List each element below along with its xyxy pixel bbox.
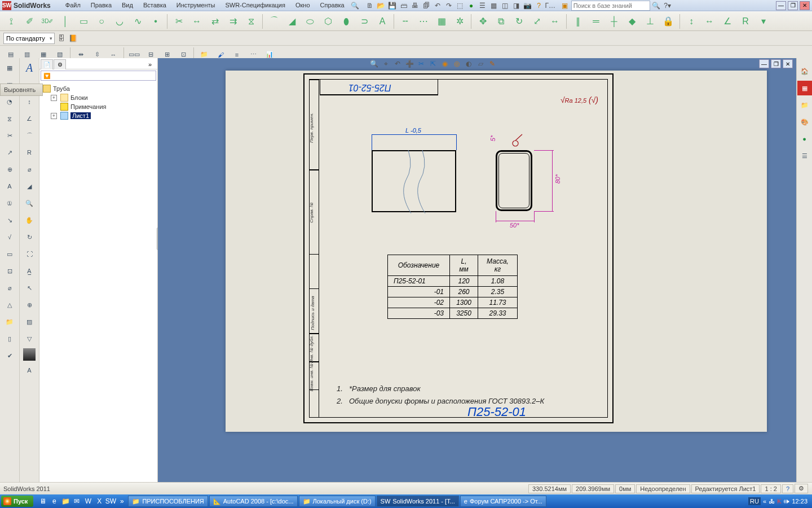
task-folder[interactable]: 📁ПРИСПОСОБЛЕНИЯ bbox=[128, 496, 208, 507]
tool-align-v-icon[interactable]: ‖ bbox=[570, 14, 586, 29]
select-icon[interactable]: ⬚ bbox=[455, 1, 465, 11]
tool-linear-pattern-icon[interactable]: ▦ bbox=[434, 14, 449, 29]
drawing-canvas-viewport[interactable]: 🔍 ⌖ ↶ ➕ ✂ ⇱ ◉ ◎ ◐ ▱ ✎ — ❐ ✕ Перв. примен… bbox=[158, 58, 812, 482]
doc-close-button[interactable]: ✕ bbox=[783, 59, 793, 68]
tray-vol-icon[interactable]: 🕪 bbox=[783, 498, 789, 505]
tool-ellipse-icon[interactable]: ⬮ bbox=[338, 14, 354, 29]
menu-swr-spec[interactable]: SWR-Спецификация bbox=[220, 1, 290, 11]
quicklaunch-desktop-icon[interactable]: 🖥 bbox=[38, 496, 48, 506]
ltool-chamferdim-icon[interactable]: ◢ bbox=[22, 179, 37, 194]
tool-arc-icon[interactable]: ◡ bbox=[112, 14, 127, 29]
tool-offset-icon[interactable]: ⇉ bbox=[225, 14, 241, 29]
ltool-arc-icon[interactable]: ⌒ bbox=[22, 128, 37, 143]
shadow-icon[interactable]: ◐ bbox=[464, 59, 474, 69]
saveall-icon[interactable]: 🗃 bbox=[399, 1, 409, 11]
tool-quickdim-icon[interactable]: ↕ bbox=[683, 14, 699, 29]
ltool-last-a-icon[interactable]: A bbox=[22, 363, 37, 378]
tool-slot-icon[interactable]: ⬭ bbox=[302, 14, 318, 29]
ltool-radius-icon[interactable]: R bbox=[22, 145, 37, 160]
new-icon[interactable]: 🗎 bbox=[365, 1, 375, 11]
window-tile-icon[interactable]: ▦ bbox=[489, 1, 499, 11]
ltool-centermark-icon[interactable]: ⊕ bbox=[22, 297, 37, 312]
ltool-crop-icon[interactable]: ✂ bbox=[2, 128, 17, 143]
tool-align-c-icon[interactable]: ┼ bbox=[606, 14, 622, 29]
tree-root[interactable]: Труба bbox=[41, 84, 156, 93]
zoomprev-icon[interactable]: ↶ bbox=[392, 59, 403, 69]
taskpane-appearance-icon[interactable]: ● bbox=[797, 132, 812, 146]
ltool-ordinate-icon[interactable]: ↕ bbox=[22, 94, 37, 109]
quicklaunch-excel-icon[interactable]: X bbox=[94, 496, 104, 506]
rebuild-icon[interactable]: ● bbox=[466, 1, 476, 11]
quicklaunch-ie-icon[interactable]: e bbox=[49, 496, 59, 506]
tool-polygon-icon[interactable]: ⬡ bbox=[320, 14, 336, 29]
menu-window[interactable]: Окно bbox=[291, 1, 315, 11]
task-solidworks[interactable]: SWSolidWorks 2011 - [Т... bbox=[377, 496, 459, 507]
zoomarea-icon[interactable]: ⌖ bbox=[381, 59, 391, 69]
window-arrange-icon[interactable]: ◨ bbox=[511, 1, 522, 11]
lang-indicator[interactable]: RU bbox=[748, 497, 761, 505]
ltool-aux-icon[interactable]: ↗ bbox=[2, 145, 17, 160]
quicklaunch-sw-icon[interactable]: SW bbox=[105, 496, 116, 506]
standard-combo[interactable]: По стандарту bbox=[3, 33, 55, 44]
status-lock-icon[interactable]: ⚙ bbox=[795, 484, 808, 493]
tree-tab-feature-icon[interactable]: 📄 bbox=[41, 59, 53, 69]
quicklaunch-word-icon[interactable]: W bbox=[83, 496, 93, 506]
ltool-pos-icon[interactable]: ⊕ bbox=[2, 162, 17, 177]
tool-fillet-icon[interactable]: ⌒ bbox=[266, 14, 282, 29]
tool-smart-dim-icon[interactable]: ⟟ bbox=[3, 14, 19, 29]
tool-constraint-icon[interactable]: ◆ bbox=[624, 14, 640, 29]
tool-circ-pattern-icon[interactable]: ✲ bbox=[452, 14, 467, 29]
kb-go-icon[interactable]: 🔍 bbox=[651, 1, 661, 11]
task-autocad[interactable]: 📐AutoCAD 2008 - [c:\doc... bbox=[209, 496, 298, 507]
kb-search-input[interactable] bbox=[571, 1, 650, 11]
section-view-icon[interactable]: ✂ bbox=[416, 59, 426, 69]
ltool-gradient-icon[interactable] bbox=[23, 348, 36, 361]
ltool-broken-icon[interactable]: ⧖ bbox=[2, 111, 17, 126]
tool-rect-icon[interactable]: ▭ bbox=[76, 14, 91, 29]
tool-angdim-icon[interactable]: ∠ bbox=[720, 14, 735, 29]
tool-chamfer-icon[interactable]: ◢ bbox=[284, 14, 300, 29]
drawing-canvas[interactable]: Перв. примен. Справ. № Подпись и дата Ин… bbox=[226, 71, 767, 432]
expand-icon[interactable]: + bbox=[51, 95, 57, 101]
tool-mirror-icon[interactable]: ⧖ bbox=[243, 14, 259, 29]
task-browser[interactable]: eФорум САПР2000 -> От... bbox=[460, 496, 546, 507]
tool-stretch-icon[interactable]: ↔ bbox=[547, 14, 563, 29]
menu-edit[interactable]: Правка bbox=[86, 1, 116, 11]
taskpane-library-icon[interactable]: ▦ bbox=[797, 81, 812, 95]
mdi-restore-button[interactable]: ❐ bbox=[788, 1, 798, 10]
orient-icon[interactable]: ⇱ bbox=[428, 59, 438, 69]
tool-point-icon[interactable]: • bbox=[148, 14, 164, 29]
zoomfit-icon[interactable]: 🔍 bbox=[369, 59, 379, 69]
printpreview-icon[interactable]: 🗐 bbox=[421, 1, 431, 11]
tool-hdim-icon[interactable]: ↔ bbox=[701, 14, 717, 29]
tool-parabola-icon[interactable]: ⊃ bbox=[356, 14, 372, 29]
ltool-note-icon[interactable]: A bbox=[22, 60, 37, 75]
ltool-surface-icon[interactable]: √ bbox=[2, 230, 17, 244]
screenshot-icon[interactable]: 📷 bbox=[523, 1, 533, 11]
tool-dropdown-icon[interactable]: ▾ bbox=[756, 14, 771, 29]
tool-rotate-icon[interactable]: ↻ bbox=[511, 14, 527, 29]
zoomin-icon[interactable]: ➕ bbox=[404, 59, 414, 69]
status-help-icon[interactable]: ? bbox=[782, 484, 793, 493]
tool-move-icon[interactable]: ✥ bbox=[475, 14, 491, 29]
tool-relation-icon[interactable]: ⊥ bbox=[642, 14, 658, 29]
menu-search-icon[interactable]: 🔍 bbox=[350, 1, 360, 11]
ltool-rev-icon[interactable]: △ bbox=[2, 297, 17, 312]
menu-insert[interactable]: Вставка bbox=[139, 1, 171, 11]
ltool-rotate-icon[interactable]: ↻ bbox=[22, 230, 37, 244]
ltool-box-a-icon[interactable]: A̲ bbox=[22, 264, 37, 278]
kb-icon[interactable]: ▣ bbox=[560, 1, 570, 11]
menu-view[interactable]: Вид bbox=[117, 1, 138, 11]
taskpane-palette-icon[interactable]: 🎨 bbox=[797, 115, 812, 129]
tree-tab-pin-icon[interactable]: » bbox=[144, 59, 156, 69]
tool-centerline-icon[interactable]: ╌ bbox=[398, 14, 413, 29]
window-cascade-icon[interactable]: ◫ bbox=[500, 1, 510, 11]
tree-tab-config-icon[interactable]: ⚙ bbox=[54, 59, 66, 69]
quicklaunch-mail-icon[interactable]: ✉ bbox=[72, 496, 82, 506]
task-disk[interactable]: 📁Локальный диск (D:) bbox=[299, 496, 376, 507]
tool-spline-icon[interactable]: ∿ bbox=[130, 14, 145, 29]
tool-3dsketch-icon[interactable]: 3D✐ bbox=[39, 14, 55, 29]
perspective-icon[interactable]: ▱ bbox=[475, 59, 486, 69]
tool-sketch-icon[interactable]: ✐ bbox=[21, 14, 37, 29]
taskpane-explorer-icon[interactable]: 📁 bbox=[797, 98, 812, 112]
